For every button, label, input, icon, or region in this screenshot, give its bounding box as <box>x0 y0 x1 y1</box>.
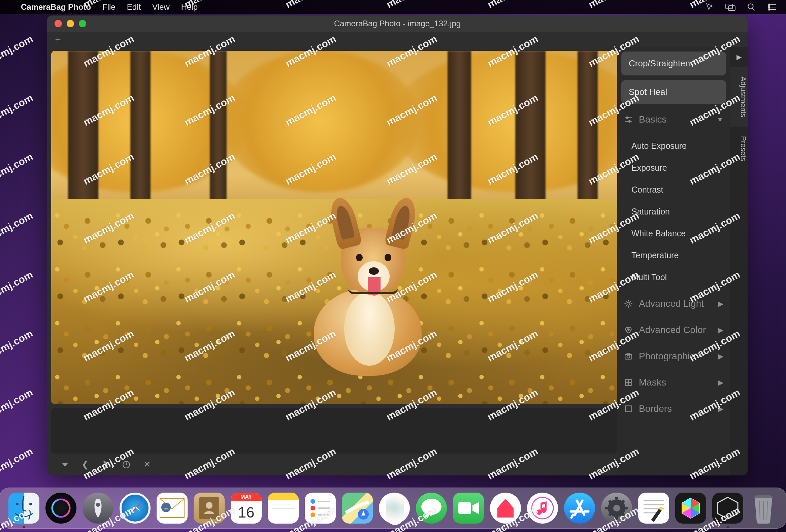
svg-point-45 <box>310 506 315 510</box>
svg-point-14 <box>626 117 628 118</box>
svg-line-22 <box>630 305 631 306</box>
camera-icon <box>624 352 633 361</box>
new-tab-button[interactable]: ＋ <box>53 35 63 44</box>
canvas-toolbar: ❮ ❯ ✕ <box>51 454 617 476</box>
adjust-auto-exposure[interactable]: Auto Exposure <box>621 135 726 157</box>
dock-textedit-icon[interactable] <box>638 493 669 524</box>
dock-music-icon[interactable] <box>527 493 558 524</box>
calendar-month-label: MAY <box>231 493 262 501</box>
svg-point-55 <box>421 499 441 515</box>
svg-point-9 <box>768 9 770 10</box>
history-dropdown-icon[interactable] <box>61 462 69 467</box>
reset-button[interactable] <box>122 460 131 469</box>
svg-point-7 <box>768 4 770 6</box>
svg-rect-31 <box>625 379 628 382</box>
mask-icon <box>624 378 633 387</box>
menu-view[interactable]: View <box>152 2 170 12</box>
svg-point-36 <box>16 503 19 505</box>
dock-safari-icon[interactable] <box>119 493 151 524</box>
dock-notes-icon[interactable] <box>268 493 299 524</box>
redo-button[interactable]: ❯ <box>102 459 109 470</box>
window-titlebar[interactable]: CameraBag Photo - image_132.jpg <box>47 16 747 32</box>
dock-appstore-icon[interactable] <box>564 493 595 524</box>
dock-system-preferences-icon[interactable] <box>601 493 632 524</box>
menu-edit[interactable]: Edit <box>127 2 141 12</box>
section-advanced-light[interactable]: Advanced Light ▶ <box>621 293 726 315</box>
color-wheel-icon <box>624 326 633 334</box>
adjust-temperature[interactable]: Temperature <box>621 245 726 266</box>
svg-line-62 <box>572 515 573 517</box>
adjust-white-balance[interactable]: White Balance <box>621 223 726 245</box>
tab-presets[interactable]: Presets <box>730 126 747 171</box>
svg-point-41 <box>161 503 171 512</box>
collapse-panel-button[interactable]: ▶ <box>730 47 747 67</box>
dock-finder-icon[interactable] <box>8 493 39 524</box>
adjust-saturation[interactable]: Saturation <box>621 201 726 223</box>
screen-mirroring-icon[interactable] <box>725 3 736 11</box>
svg-point-8 <box>768 6 770 8</box>
dock-launchpad-icon[interactable] <box>83 493 114 524</box>
mac-menu-bar: CameraBag Photo File Edit View Help <box>0 0 786 14</box>
control-center-icon[interactable] <box>767 3 777 11</box>
section-masks[interactable]: Masks ▶ <box>621 372 726 393</box>
section-photographic[interactable]: Photographic ▶ <box>621 345 726 367</box>
app-name-menu[interactable]: CameraBag Photo <box>21 2 91 12</box>
section-advanced-color-label: Advanced Color <box>639 325 712 336</box>
svg-point-15 <box>629 120 630 122</box>
tab-adjustments[interactable]: Adjustments <box>730 67 747 126</box>
adjustments-panel: Crop/Straighten Spot Heal Basics ▼ Auto … <box>617 47 730 476</box>
svg-point-29 <box>627 355 630 358</box>
svg-rect-1 <box>729 6 735 10</box>
menu-help[interactable]: Help <box>181 2 198 12</box>
dock-siri-icon[interactable] <box>45 493 76 524</box>
border-icon <box>624 404 633 413</box>
clear-button[interactable]: ✕ <box>143 459 151 470</box>
svg-text:PHOTO: PHOTO <box>722 514 733 517</box>
photo-subject-dog <box>300 201 442 376</box>
dock-trash-icon[interactable] <box>749 492 778 524</box>
dock-messages-icon[interactable] <box>416 493 447 524</box>
dock-facetime-icon[interactable] <box>453 493 484 524</box>
section-basics[interactable]: Basics ▼ <box>621 109 726 130</box>
svg-point-37 <box>29 503 32 505</box>
section-advanced-color[interactable]: Advanced Color ▶ <box>621 319 726 341</box>
svg-point-64 <box>613 505 620 511</box>
adjust-exposure[interactable]: Exposure <box>621 157 726 179</box>
section-borders[interactable]: Borders ▶ <box>621 398 726 419</box>
adjust-contrast[interactable]: Contrast <box>621 179 726 201</box>
svg-line-69 <box>609 501 611 503</box>
dock-camerabag-icon[interactable]: PHOTO <box>712 493 743 524</box>
section-borders-label: Borders <box>639 403 712 414</box>
dock-reminders-icon[interactable] <box>305 493 336 524</box>
svg-line-72 <box>622 501 624 503</box>
chevron-right-icon: ▶ <box>718 405 723 413</box>
spot-heal-button[interactable]: Spot Heal <box>621 80 726 104</box>
app-window: CameraBag Photo - image_132.jpg ＋ <box>47 16 747 476</box>
svg-line-24 <box>630 301 631 302</box>
document-tab-bar: ＋ <box>47 32 747 47</box>
dock-maps-icon[interactable] <box>342 493 373 524</box>
svg-rect-35 <box>625 406 631 412</box>
chevron-right-icon: ▶ <box>718 378 723 387</box>
panel-side-tabs: ▶ Adjustments Presets <box>730 47 747 476</box>
spotlight-search-icon[interactable] <box>747 3 756 11</box>
window-zoom-button[interactable] <box>79 20 86 27</box>
cursor-icon[interactable] <box>705 3 714 11</box>
adjust-multi-tool[interactable]: Multi Tool <box>621 266 726 288</box>
undo-button[interactable]: ❮ <box>82 459 89 470</box>
image-canvas[interactable] <box>51 51 617 404</box>
svg-point-44 <box>310 499 315 504</box>
window-minimize-button[interactable] <box>67 20 74 27</box>
svg-point-38 <box>52 499 70 517</box>
dock-contacts-icon[interactable] <box>194 493 225 524</box>
menu-file[interactable]: File <box>102 2 116 12</box>
chevron-right-icon: ▶ <box>718 300 723 308</box>
filmstrip-panel[interactable] <box>51 408 617 454</box>
svg-point-16 <box>627 302 630 305</box>
dock-digital-colormeter-icon[interactable] <box>675 493 706 524</box>
dock-calendar-icon[interactable]: MAY 16 <box>231 493 262 524</box>
dock-news-icon[interactable] <box>490 493 521 524</box>
crop-straighten-button[interactable]: Crop/Straighten <box>621 51 726 75</box>
dock-mail-icon[interactable] <box>157 493 188 524</box>
window-close-button[interactable] <box>54 20 62 27</box>
